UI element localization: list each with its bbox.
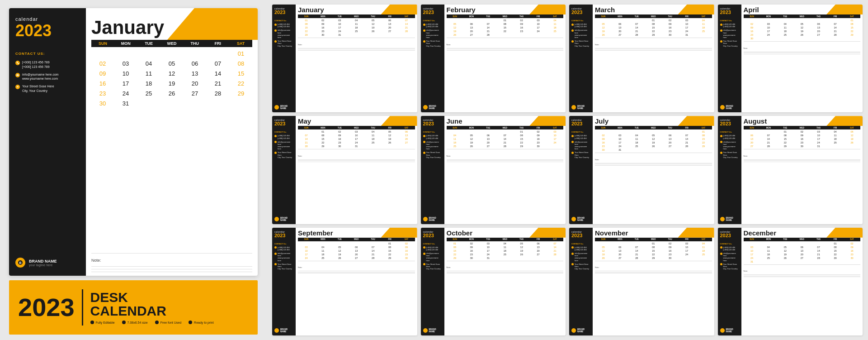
mini-fri-hdr: FRI	[679, 238, 695, 240]
mini-day-cell: 20	[382, 26, 398, 29]
day-cell: 13	[184, 69, 206, 78]
mini-days-body: 0102030405060708091011121314151617181920…	[744, 19, 861, 40]
mini-day-cell: 03	[530, 19, 547, 22]
mini-day-cell: 11	[496, 245, 513, 249]
mini-address: Your Street Gose HereCity, Your Country	[571, 263, 590, 270]
mini-day-cell: 15	[844, 26, 860, 29]
mini-location-icon	[274, 40, 277, 43]
mini-day-cell: 19	[331, 253, 348, 256]
mini-cal-year: 2023	[720, 121, 739, 126]
mini-mon-hdr: MON	[315, 238, 331, 240]
mini-sat-hdr: SAT	[844, 127, 860, 129]
mini-note-lines	[298, 271, 415, 273]
day-cell: 31	[114, 99, 137, 108]
mini-address: Your Street Gose HereCity, Your Country	[423, 151, 442, 158]
mini-thu-hdr: THU	[662, 127, 679, 129]
mini-days-body: 0102030405060708091011121314151617181920…	[595, 19, 712, 37]
mini-day-cell	[810, 242, 827, 245]
mini-day-cell: 08	[695, 134, 712, 137]
mini-day-cell: 08	[298, 22, 315, 26]
mini-days-body: 0102030405060708091011121314151617181920…	[447, 130, 564, 148]
day-cell: 04	[137, 59, 160, 68]
mini-phone-icon	[423, 246, 425, 249]
mini-mon-hdr: MON	[463, 15, 480, 18]
mini-day-cell: 21	[679, 141, 695, 144]
mini-day-cell: 19	[595, 29, 612, 33]
mini-fri-hdr: FRI	[827, 127, 844, 129]
mini-day-cell: 09	[744, 26, 760, 29]
mini-location-icon	[274, 263, 277, 265]
mini-day-cell: 12	[595, 26, 612, 29]
mini-days-header: SUN MON TUE WED THU FRI SAT	[298, 14, 415, 18]
mini-day-cell: 04	[315, 245, 331, 249]
mini-contact-label: CONTACT Us:	[720, 243, 739, 245]
mini-left-6: calendar 2023 CONTACT Us: [+000] 123 456…	[569, 116, 593, 224]
mini-day-cell	[547, 33, 563, 37]
mini-card-october: calendar 2023 CONTACT Us: [+000] 123 456…	[421, 228, 566, 335]
mini-brand-name: BRAND NAME	[726, 105, 739, 110]
mini-sat-hdr: SAT	[547, 238, 563, 240]
mini-day-cell: 07	[398, 19, 415, 22]
mini-note: Note:	[595, 38, 712, 50]
mini-phone: [+000] 123 456[+000] 123 456	[423, 246, 442, 251]
mini-day-cell: 09	[331, 134, 348, 137]
mini-day-cell: 10	[348, 134, 365, 137]
mini-phone: [+000] 123 456[+000] 123 456	[720, 246, 739, 251]
mini-card-december: calendar 2023 CONTACT Us: [+000] 123 456…	[718, 228, 863, 335]
mini-day-cell	[844, 260, 860, 263]
mini-month-row: July	[595, 118, 712, 125]
mini-day-cell: 01	[513, 130, 530, 134]
mini-day-cell	[595, 130, 612, 134]
mini-day-cell: 22	[645, 29, 662, 33]
mini-day-cell	[827, 144, 844, 148]
mini-day-cell: 09	[662, 22, 679, 26]
mini-day-cell: 06	[810, 22, 827, 26]
mini-brand: BRAND NAME	[423, 328, 442, 333]
mini-day-cell: 16	[530, 137, 547, 141]
mini-day-cell: 16	[844, 249, 860, 253]
mini-day-cell: 23	[662, 253, 679, 256]
mini-mon-hdr: MON	[760, 127, 777, 129]
feature-1: Fully Editable	[90, 321, 115, 324]
mini-day-cell: 05	[365, 19, 382, 22]
mini-wed-hdr: WED	[496, 127, 513, 129]
mini-day-cell: 03	[298, 245, 315, 249]
mini-note-label: Note:	[595, 43, 599, 46]
mini-day-cell: 27	[382, 29, 398, 33]
mini-month-row: September	[298, 230, 415, 236]
mini-day-cell: 05	[793, 22, 810, 26]
mini-note-lines	[595, 163, 712, 166]
mini-phone-text: [+000] 123 456[+000] 123 456	[723, 134, 736, 139]
mini-email-icon	[720, 29, 722, 32]
mini-day-cell: 31	[331, 33, 348, 37]
mini-month-name: March	[595, 6, 615, 13]
mini-day-cell: 05	[844, 130, 860, 134]
mini-day-cell: 10	[744, 249, 760, 253]
mini-email-text: info@yourname herewww.yourname here	[426, 29, 442, 38]
mini-day-cell: 22	[513, 141, 530, 144]
mini-day-cell: 10	[331, 22, 348, 26]
mini-email-text: info@yourname herewww.yourname here	[278, 141, 293, 150]
mini-email: info@yourname herewww.yourname here	[423, 252, 442, 262]
mini-day-cell: 19	[595, 253, 612, 256]
mini-brand-icon	[274, 105, 279, 110]
mini-day-cell: 11	[547, 22, 563, 26]
mini-note: Note:	[744, 149, 861, 162]
mini-day-cell: 29	[777, 144, 793, 148]
mini-day-cell: 26	[777, 256, 793, 260]
mini-day-cell: 04	[348, 19, 365, 22]
mini-note: Note:	[447, 149, 564, 162]
mini-day-cell: 17	[298, 253, 315, 256]
mini-day-cell: 17	[679, 26, 695, 29]
mini-sun-hdr: SUN	[744, 238, 760, 240]
mini-day-cell: 24	[760, 33, 777, 37]
mini-day-cell: 05	[513, 242, 530, 245]
mini-day-cell: 26	[447, 33, 463, 37]
day-cell: 19	[160, 79, 183, 88]
day-cell	[137, 99, 160, 108]
mini-brand-name: BRAND NAME	[280, 328, 293, 333]
mini-right-7: August SUN MON TUE WED THU FRI SAT 01020…	[741, 116, 863, 224]
mini-note-lines	[744, 274, 861, 277]
mini-day-cell: 11	[760, 249, 777, 253]
mini-note: Note:	[447, 38, 564, 50]
